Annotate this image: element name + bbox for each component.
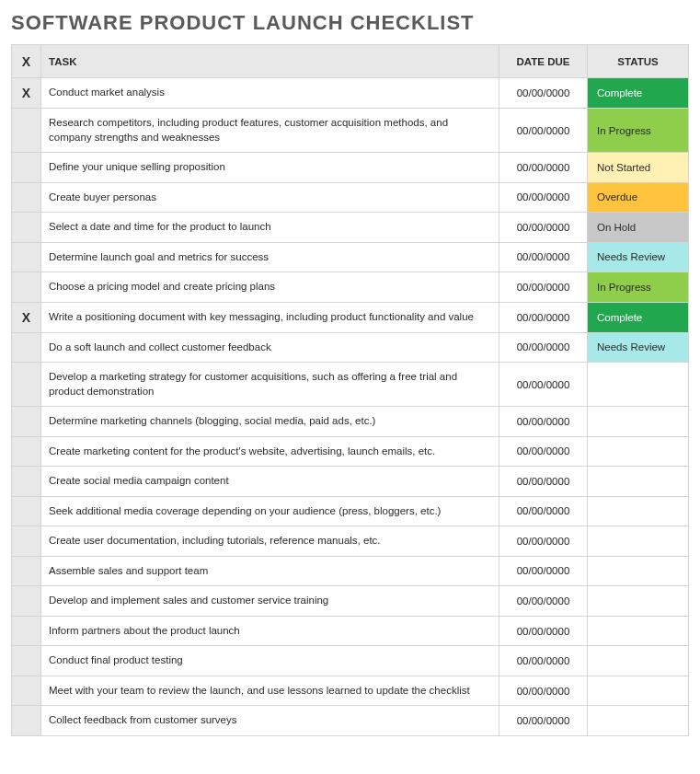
status-cell[interactable]: Complete — [588, 78, 689, 109]
date-cell[interactable]: 00/00/0000 — [499, 436, 588, 467]
header-check: X — [12, 45, 41, 78]
check-cell[interactable] — [12, 616, 41, 646]
table-row: Create buyer personas00/00/0000Overdue — [12, 182, 689, 213]
check-cell[interactable]: X — [12, 78, 41, 109]
task-cell: Do a soft launch and collect customer fe… — [41, 332, 499, 363]
date-cell[interactable]: 00/00/0000 — [499, 556, 588, 586]
check-cell[interactable] — [12, 646, 41, 676]
task-cell: Create social media campaign content — [41, 467, 499, 497]
check-cell[interactable]: X — [12, 302, 41, 332]
task-cell: Write a positioning document with key me… — [41, 302, 499, 332]
date-cell[interactable]: 00/00/0000 — [499, 153, 588, 183]
table-header-row: X TASK DATE DUE STATUS — [12, 45, 689, 78]
status-cell[interactable]: Not Started — [588, 153, 689, 183]
table-row: Assemble sales and support team00/00/000… — [12, 556, 689, 586]
status-cell[interactable]: Overdue — [588, 182, 689, 213]
status-cell[interactable] — [588, 436, 689, 467]
date-cell[interactable]: 00/00/0000 — [499, 109, 588, 153]
task-cell: Create buyer personas — [41, 182, 499, 213]
status-cell[interactable] — [588, 496, 689, 526]
table-row: Determine launch goal and metrics for su… — [12, 242, 689, 272]
table-row: Choose a pricing model and create pricin… — [12, 272, 689, 303]
check-cell[interactable] — [12, 363, 41, 407]
date-cell[interactable]: 00/00/0000 — [499, 526, 588, 557]
check-cell[interactable] — [12, 332, 41, 363]
check-cell[interactable] — [12, 496, 41, 526]
status-cell[interactable] — [588, 586, 689, 617]
task-cell: Determine marketing channels (blogging, … — [41, 407, 499, 437]
status-cell[interactable]: On Hold — [588, 213, 689, 243]
status-cell[interactable] — [588, 556, 689, 586]
task-cell: Determine launch goal and metrics for su… — [41, 242, 499, 272]
status-cell[interactable] — [588, 526, 689, 557]
task-cell: Inform partners about the product launch — [41, 616, 499, 646]
date-cell[interactable]: 00/00/0000 — [499, 706, 588, 736]
task-cell: Conduct market analysis — [41, 78, 499, 109]
status-cell[interactable]: Needs Review — [588, 332, 689, 363]
table-row: XConduct market analysis00/00/0000Comple… — [12, 78, 689, 109]
date-cell[interactable]: 00/00/0000 — [499, 616, 588, 646]
status-cell[interactable] — [588, 363, 689, 407]
check-cell[interactable] — [12, 242, 41, 272]
date-cell[interactable]: 00/00/0000 — [499, 213, 588, 243]
check-cell[interactable] — [12, 109, 41, 153]
check-cell[interactable] — [12, 676, 41, 706]
task-cell: Seek additional media coverage depending… — [41, 496, 499, 526]
table-row: Determine marketing channels (blogging, … — [12, 407, 689, 437]
table-row: Conduct final product testing00/00/0000 — [12, 646, 689, 676]
status-cell[interactable] — [588, 407, 689, 437]
date-cell[interactable]: 00/00/0000 — [499, 302, 588, 332]
table-row: Create marketing content for the product… — [12, 436, 689, 467]
task-cell: Choose a pricing model and create pricin… — [41, 272, 499, 303]
task-cell: Develop and implement sales and customer… — [41, 586, 499, 617]
task-cell: Meet with your team to review the launch… — [41, 676, 499, 706]
table-row: Create user documentation, including tut… — [12, 526, 689, 557]
date-cell[interactable]: 00/00/0000 — [499, 467, 588, 497]
status-cell[interactable] — [588, 706, 689, 736]
task-cell: Create user documentation, including tut… — [41, 526, 499, 557]
check-cell[interactable] — [12, 556, 41, 586]
date-cell[interactable]: 00/00/0000 — [499, 676, 588, 706]
status-cell[interactable] — [588, 676, 689, 706]
date-cell[interactable]: 00/00/0000 — [499, 407, 588, 437]
status-cell[interactable] — [588, 616, 689, 646]
status-cell[interactable] — [588, 467, 689, 497]
date-cell[interactable]: 00/00/0000 — [499, 496, 588, 526]
date-cell[interactable]: 00/00/0000 — [499, 363, 588, 407]
table-row: Develop a marketing strategy for custome… — [12, 363, 689, 407]
date-cell[interactable]: 00/00/0000 — [499, 586, 588, 617]
check-cell[interactable] — [12, 706, 41, 736]
check-cell[interactable] — [12, 436, 41, 467]
page-title: SOFTWARE PRODUCT LAUNCH CHECKLIST — [11, 11, 689, 35]
table-row: Define your unique selling proposition00… — [12, 153, 689, 183]
date-cell[interactable]: 00/00/0000 — [499, 646, 588, 676]
check-cell[interactable] — [12, 526, 41, 557]
status-cell[interactable]: In Progress — [588, 109, 689, 153]
status-cell[interactable]: In Progress — [588, 272, 689, 303]
table-row: XWrite a positioning document with key m… — [12, 302, 689, 332]
date-cell[interactable]: 00/00/0000 — [499, 182, 588, 213]
date-cell[interactable]: 00/00/0000 — [499, 272, 588, 303]
check-cell[interactable] — [12, 272, 41, 303]
check-cell[interactable] — [12, 213, 41, 243]
table-row: Collect feedback from customer surveys00… — [12, 706, 689, 736]
task-cell: Assemble sales and support team — [41, 556, 499, 586]
check-cell[interactable] — [12, 467, 41, 497]
status-cell[interactable] — [588, 646, 689, 676]
table-row: Do a soft launch and collect customer fe… — [12, 332, 689, 363]
check-cell[interactable] — [12, 407, 41, 437]
check-cell[interactable] — [12, 153, 41, 183]
header-date: DATE DUE — [499, 45, 588, 78]
date-cell[interactable]: 00/00/0000 — [499, 242, 588, 272]
table-row: Inform partners about the product launch… — [12, 616, 689, 646]
date-cell[interactable]: 00/00/0000 — [499, 332, 588, 363]
status-cell[interactable]: Complete — [588, 302, 689, 332]
check-cell[interactable] — [12, 182, 41, 213]
table-row: Select a date and time for the product t… — [12, 213, 689, 243]
checklist-table: X TASK DATE DUE STATUS XConduct market a… — [11, 44, 689, 736]
status-cell[interactable]: Needs Review — [588, 242, 689, 272]
table-row: Meet with your team to review the launch… — [12, 676, 689, 706]
check-cell[interactable] — [12, 586, 41, 617]
table-row: Research competitors, including product … — [12, 109, 689, 153]
date-cell[interactable]: 00/00/0000 — [499, 78, 588, 109]
